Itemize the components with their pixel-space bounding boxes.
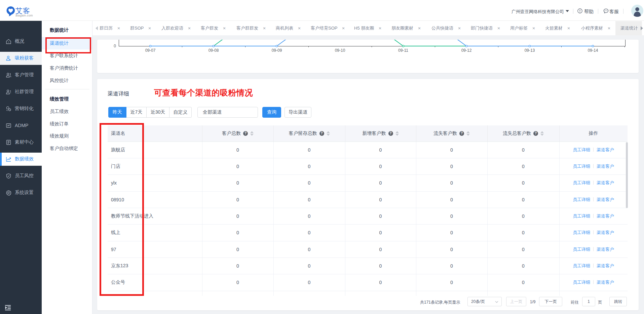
svg-text:09-13: 09-13: [525, 48, 535, 53]
svg-text:09-12: 09-12: [461, 48, 472, 53]
svg-text:0: 0: [114, 44, 116, 48]
svg-text:09-10: 09-10: [335, 48, 345, 53]
svg-text:09-07: 09-07: [145, 48, 156, 53]
svg-text:09-14: 09-14: [588, 48, 598, 53]
svg-text:09-08: 09-08: [209, 48, 219, 53]
svg-text:09-09: 09-09: [272, 48, 282, 53]
svg-text:09-11: 09-11: [398, 48, 408, 53]
